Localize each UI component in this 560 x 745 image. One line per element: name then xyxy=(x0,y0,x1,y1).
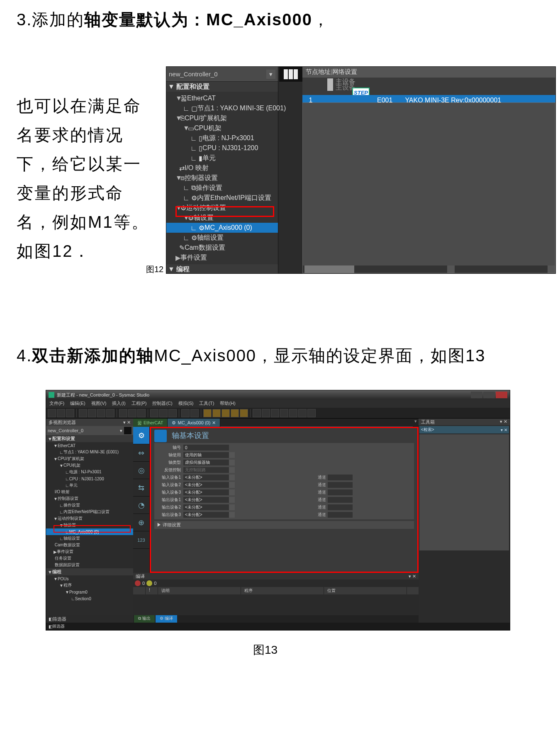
tree-event[interactable]: ▶ 事件设置 xyxy=(46,548,133,555)
val-out2[interactable]: <未分配> xyxy=(183,504,229,510)
tree-section0[interactable]: ∟ Section0 xyxy=(46,595,133,602)
controller-selector[interactable]: new_Controller_0▾ xyxy=(46,426,133,435)
tree-io-map[interactable]: ⇄ I/O 映射 xyxy=(166,163,278,173)
toolbar-button[interactable] xyxy=(150,409,158,417)
tree-ethercat[interactable]: ▼ EtherCAT xyxy=(46,442,133,449)
toolbar-button[interactable] xyxy=(240,409,248,417)
tree-mc-axis000[interactable]: ∟ ⚙ MC_Axis000 (0) xyxy=(166,223,278,233)
horizontal-scrollbar[interactable] xyxy=(303,265,555,273)
tree-axis-group[interactable]: ∟ 轴组设置 xyxy=(46,535,133,542)
minimize-button[interactable] xyxy=(471,392,482,398)
tree-io-map[interactable]: I/O 映射 xyxy=(46,489,133,495)
tree-cam[interactable]: ✎ Cam数据设置 xyxy=(166,243,278,253)
menu-edit[interactable]: 编辑(E) xyxy=(70,400,85,407)
dropdown-icon[interactable] xyxy=(229,512,235,518)
toolbar-button[interactable] xyxy=(298,409,307,417)
val-channel[interactable] xyxy=(328,489,353,495)
toolbar-button[interactable] xyxy=(280,409,288,417)
val-in2[interactable]: <未分配> xyxy=(183,482,229,488)
detail-settings-expander[interactable]: ▶ 详细设置 xyxy=(154,521,414,529)
cat-position-icon[interactable]: 123 xyxy=(133,531,149,549)
toolbar-button[interactable] xyxy=(231,409,239,417)
menu-project[interactable]: 工程(P) xyxy=(131,400,147,407)
dropdown-icon[interactable] xyxy=(229,489,235,495)
tree-cpu[interactable]: ∟ CPU : NJ301-1200 xyxy=(46,475,133,482)
menu-view[interactable]: 视图(V) xyxy=(91,400,107,407)
dropdown-icon[interactable] xyxy=(229,504,235,510)
tree-mc-axis000[interactable]: ∟ MC_Axis000 (0) xyxy=(46,528,133,535)
tree-axis-settings[interactable]: ▼ ⚙ 轴设置 xyxy=(166,213,278,223)
val-axis-use[interactable]: 使用的轴 xyxy=(183,452,229,458)
tree-controller-settings[interactable]: ▼ 控制器设置 xyxy=(46,495,133,502)
tree-cpu-rack-group[interactable]: ▼ CPU/扩展机架 xyxy=(46,455,133,462)
close-button[interactable] xyxy=(496,392,507,398)
val-out3[interactable]: <未分配> xyxy=(183,512,229,518)
toolbar-button[interactable] xyxy=(203,409,212,417)
tree-motion-settings[interactable]: ▼ ⚙ 运动控制设置 xyxy=(166,203,278,213)
tab-dropdown[interactable]: ▾ xyxy=(413,419,419,427)
warning-icon[interactable] xyxy=(146,580,152,586)
tree-pous[interactable]: ▼ POUs xyxy=(46,575,133,582)
panel-close-icon[interactable]: ▾ ✕ xyxy=(500,419,507,425)
val-channel[interactable] xyxy=(328,497,353,503)
toolbar-button[interactable] xyxy=(88,409,96,417)
tree-unit[interactable]: ∟ 单元 xyxy=(46,482,133,489)
section-config[interactable]: ▼ 配置和设置 xyxy=(166,82,278,92)
val-channel[interactable] xyxy=(328,482,353,488)
tree-unit[interactable]: ∟ ▮ 单元 xyxy=(166,153,278,163)
tree-cpu-rack[interactable]: ▼ CPU机架 xyxy=(46,462,133,469)
toolbar-button[interactable] xyxy=(97,409,105,417)
controller-selector[interactable]: new_Controller_0 ▾ xyxy=(166,67,278,82)
tree-power[interactable]: ∟ 电源 : NJ-Px3001 xyxy=(46,469,133,475)
tree-cpu-rack[interactable]: ▼ ▭ CPU机架 xyxy=(166,123,278,133)
toolbar-button[interactable] xyxy=(66,409,74,417)
master-device[interactable]: 主设备 主设备 xyxy=(327,78,355,91)
toolbar-button[interactable] xyxy=(106,409,114,417)
toolbar-button[interactable] xyxy=(271,409,279,417)
tree-axis-settings[interactable]: ▼ 轴设置 xyxy=(46,522,133,528)
tree-ethercat[interactable]: ▼ 꿃 EtherCAT xyxy=(166,93,278,103)
tree-cam[interactable]: Cam数据设置 xyxy=(46,542,133,548)
toolbar-button[interactable] xyxy=(137,409,146,417)
tree-power[interactable]: ∟ ▯ 电源 : NJ-Px3001 xyxy=(166,133,278,143)
section-programming[interactable]: ▼ 编程 xyxy=(46,568,133,575)
dropdown-icon[interactable] xyxy=(229,497,235,503)
tree-programs[interactable]: ▼ 程序 xyxy=(46,582,133,589)
toolbar-button[interactable] xyxy=(181,409,190,417)
toolbox-search[interactable]: <检索>▾ ✕ xyxy=(419,426,509,433)
menu-help[interactable]: 帮助(H) xyxy=(220,400,235,407)
menu-simulate[interactable]: 模拟(S) xyxy=(178,400,194,407)
tree-motion-settings[interactable]: ▼ 运动控制设置 xyxy=(46,515,133,522)
toolbar-button[interactable] xyxy=(253,409,261,417)
section-programming[interactable]: ▼ 编程 xyxy=(166,264,278,274)
toolbar-button[interactable] xyxy=(262,409,270,417)
menu-insert[interactable]: 插入(I) xyxy=(112,400,125,407)
tree-node1[interactable]: ∟ 节点1 : YAKO MINI-3E (E001) xyxy=(46,449,133,455)
cat-operation-icon[interactable]: ◎ xyxy=(133,462,149,479)
dropdown-icon[interactable] xyxy=(229,482,235,488)
menu-bar[interactable]: 文件(F) 编辑(E) 视图(V) 插入(I) 工程(P) 控制器(C) 模拟(… xyxy=(46,399,510,408)
dropdown-icon[interactable] xyxy=(229,452,235,458)
toolbar-button[interactable] xyxy=(168,409,177,417)
toolbar-button[interactable] xyxy=(212,409,221,417)
val-axis-type[interactable]: 虚拟伺服器轴 xyxy=(183,460,229,465)
tree-builtin-enet[interactable]: ∟ ⚙ 内置EtherNet/IP端口设置 xyxy=(166,193,278,203)
cat-limit-icon[interactable]: ◔ xyxy=(133,497,149,514)
filter-bar[interactable]: ◧ 筛选器 xyxy=(46,615,133,623)
val-out1[interactable]: <未分配> xyxy=(183,497,229,503)
cat-homing-icon[interactable]: ⊕ xyxy=(133,514,149,531)
panel-close-icon[interactable]: ▾ ✕ xyxy=(409,574,416,579)
tree-builtin-enet[interactable]: ∟ 内置EtherNet/IP端口设置 xyxy=(46,509,133,515)
tree-controller-settings[interactable]: ▼ ⧈ 控制器设置 xyxy=(166,173,278,183)
val-channel[interactable] xyxy=(328,512,353,518)
tree-axis-group[interactable]: ∟ ⚙ 轴组设置 xyxy=(166,233,278,243)
toolbar-button[interactable] xyxy=(307,409,316,417)
menu-controller[interactable]: 控制器(C) xyxy=(152,400,172,407)
toolbar-button[interactable] xyxy=(222,409,230,417)
menu-file[interactable]: 文件(F) xyxy=(49,400,64,407)
val-channel[interactable] xyxy=(328,504,353,510)
dropdown-icon[interactable] xyxy=(229,475,235,480)
toolbar-button[interactable] xyxy=(48,409,56,417)
error-icon[interactable] xyxy=(135,580,141,586)
toolbar-button[interactable] xyxy=(119,409,127,417)
